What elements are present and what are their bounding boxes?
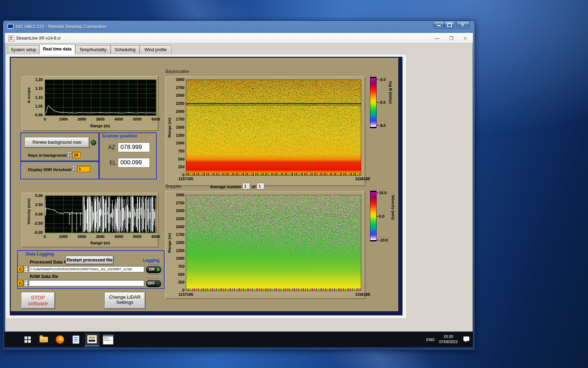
velocity-plot-area <box>45 196 156 233</box>
ascope-plot-area <box>45 80 156 116</box>
tab-temp-humidity[interactable]: Temp/humidity <box>75 45 111 54</box>
start-icon <box>24 336 31 343</box>
stop-software-button[interactable]: STOP software <box>21 292 55 309</box>
rdp-close-button[interactable] <box>457 21 469 28</box>
vi-close-button[interactable]: ✕ <box>461 36 470 41</box>
notepad-button[interactable] <box>69 333 83 346</box>
backscatter-ytick-label: 1750 <box>169 117 184 121</box>
rays-spinner[interactable] <box>68 152 71 158</box>
change-lidar-settings-button[interactable]: Change LiDAR Settings <box>104 292 145 309</box>
doppler-ytick-label: 2500 <box>169 209 184 213</box>
doppler-ytick-label: 1000 <box>169 257 184 260</box>
average-current-field[interactable]: 1 <box>243 183 250 189</box>
clock[interactable]: 10:30 07/08/2023 <box>437 334 460 345</box>
start-button[interactable] <box>20 333 35 346</box>
tab-system-setup[interactable]: System setup <box>8 45 39 54</box>
el-label: EL <box>110 160 117 166</box>
ascope-x-axis-label: Range (m) <box>90 124 110 128</box>
processed-drive-selector[interactable]: C <box>18 266 23 272</box>
decrement-icon[interactable] <box>72 169 76 172</box>
tab-wind-profile[interactable]: Wind profile <box>140 45 172 54</box>
processed-path-field[interactable]: C:\Lidar\Data\Proc\2023\202308\20230807\… <box>29 266 144 272</box>
ascope-ytick-label: 1.20 <box>27 78 43 82</box>
doppler-heatmap-image <box>186 195 361 291</box>
ascope-ytick-label: 0.99 <box>27 113 43 117</box>
raw-logging-toggle[interactable]: OFF <box>145 279 162 288</box>
ascope-xtick-label: 4000 <box>114 117 123 121</box>
snr-value-field[interactable]: 1 <box>77 166 90 172</box>
minimize-icon <box>437 25 441 26</box>
file-explorer-button[interactable] <box>36 333 51 346</box>
decrement-icon[interactable] <box>68 155 71 158</box>
document-icon <box>72 335 79 344</box>
ascope-ytick-label: 1.05 <box>27 104 43 108</box>
backscatter-colorbar <box>370 76 377 129</box>
tab-scheduling[interactable]: Scheduling <box>111 45 140 54</box>
stop-line2: software <box>21 300 55 306</box>
colorbar-tick <box>377 216 378 217</box>
doppler-ytick-label: 500 <box>169 272 184 276</box>
raw-path-field[interactable] <box>29 280 144 286</box>
colorbar-tick <box>377 125 378 126</box>
snr-threshold-label: Display SNR threshold <box>28 168 71 172</box>
language-indicator[interactable]: ENG <box>424 332 438 347</box>
desktop: 192.168.0.122 - Remote Desktop Connectio… <box>0 0 588 368</box>
backscatter-heatmap <box>186 80 361 176</box>
rdp-maximize-button[interactable] <box>444 21 455 28</box>
backscatter-ytick-label: 2250 <box>169 102 184 105</box>
vi-restore-button[interactable]: ❐ <box>447 36 456 41</box>
firefox-icon <box>56 335 64 344</box>
doppler-graph: Range (m) <box>165 191 365 299</box>
velocity-ytick-label: 0.00 <box>27 212 43 216</box>
snr-spinner[interactable] <box>72 166 76 172</box>
el-value-indicator: 000.099 <box>118 158 150 168</box>
raw-browse-icon[interactable] <box>24 280 28 286</box>
doppler-ytick-label: 2250 <box>169 217 184 221</box>
raw-drive-selector[interactable]: C <box>18 280 23 286</box>
doppler-cb-mid-label: 0.0 <box>379 214 384 218</box>
ascope-graph: A-scope Range (m) 1.201.151.101.050.9901… <box>22 76 158 131</box>
az-label: AZ <box>108 144 115 151</box>
maximize-icon <box>447 23 452 27</box>
rays-value-field[interactable]: 10 <box>72 152 80 158</box>
of-label: of <box>252 185 255 189</box>
backscatter-cb-mid-label: -6.5 <box>379 100 386 104</box>
backscatter-ytick-label: 0 <box>169 173 184 177</box>
restart-processed-file-button[interactable]: Restart processed file <box>66 256 113 264</box>
velocity-y-axis-label: Velocity (m/s) <box>27 198 31 224</box>
backscatter-cb-min-label: -8.0 <box>379 123 386 128</box>
doppler-title: Doppler <box>166 184 182 189</box>
backscatter-ytick-label: 2750 <box>169 86 184 89</box>
average-total-field[interactable]: 1 <box>257 183 264 189</box>
rdp-minimize-button[interactable] <box>434 21 444 28</box>
streamline-app-button[interactable] <box>85 333 99 346</box>
scan-scheduler-icon: Scan Sched... <box>103 335 113 345</box>
ascope-xtick-label: 6000 <box>152 117 160 121</box>
vi-minimize-button[interactable]: — <box>433 36 442 41</box>
doppler-cb-title: Velocity (m/s) <box>391 195 395 238</box>
ascope-xtick-label: 1000 <box>59 117 68 121</box>
ascope-xtick-label: 0 <box>44 117 46 121</box>
colorbar-tick <box>377 192 378 193</box>
backscatter-cb-title: log B (/m/sr) <box>388 81 393 125</box>
notification-chat-icon[interactable] <box>463 336 469 341</box>
date: 07/08/2023 <box>437 339 460 345</box>
processed-browse-icon[interactable] <box>24 266 28 272</box>
doppler-cb-max-label: 10.0 <box>379 191 386 195</box>
stop-line1: STOP <box>21 294 55 300</box>
ascope-xtick-label: 5000 <box>133 117 141 121</box>
tab-real-time-data[interactable]: Real time data <box>39 44 75 54</box>
renew-background-button[interactable]: Renew background now <box>24 137 89 148</box>
backscatter-ytick-label: 250 <box>169 165 184 169</box>
streamline-app-icon <box>87 335 97 343</box>
processed-logging-toggle[interactable]: ON <box>145 265 162 274</box>
velocity-ytick-label: -2.50 <box>27 221 43 225</box>
off-label: OFF <box>148 281 155 285</box>
off-arrow-icon <box>157 281 160 286</box>
doppler-ytick-label: 2750 <box>169 201 184 205</box>
doppler-x-end-label: 1158188 <box>355 292 370 297</box>
scan-scheduler-button[interactable]: Scan Sched... <box>101 333 115 346</box>
rays-in-background-label: Rays in background <box>28 153 66 157</box>
velocity-ytick-label: 5.00 <box>27 194 43 198</box>
firefox-button[interactable] <box>52 333 67 346</box>
